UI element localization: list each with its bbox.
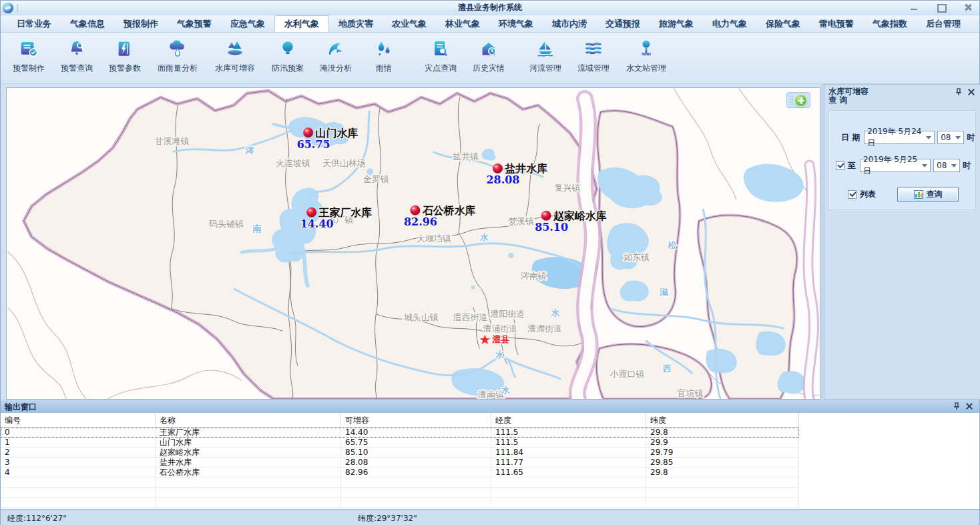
reservoir-capacity-panel: 水库可增容 查 询 日 期 2019年 5月24日 — [824, 84, 980, 400]
county-map[interactable]: 甘溪滩镇火连坡镇天供山林场金罗镇盐井镇复兴镇码头铺镇王家厂镇梦溪镇大堰垱镇如东镇… — [7, 88, 820, 399]
reservoir-marker-icon[interactable] — [411, 205, 421, 215]
table-empty-row — [1, 498, 799, 508]
map-view[interactable]: 甘溪滩镇火连坡镇天供山林场金罗镇盐井镇复兴镇码头铺镇王家厂镇梦溪镇大堰垱镇如东镇… — [6, 87, 820, 400]
menu-item-11[interactable]: 城市内涝 — [543, 15, 596, 32]
menu-item-17[interactable]: 气象指数 — [863, 15, 917, 32]
toolbar-button-hydrology-station[interactable]: 水文站管理 — [618, 35, 675, 74]
reservoir-marker-icon[interactable] — [541, 211, 551, 221]
table-row[interactable]: 3盐井水库28.08111.7729.85 — [1, 458, 799, 468]
menu-item-13[interactable]: 旅游气象 — [650, 15, 703, 32]
menu-item-14[interactable]: 电力气象 — [703, 15, 756, 32]
to-date-checkbox[interactable] — [836, 161, 844, 170]
toolbar-button-wave[interactable]: 淹没分析 — [312, 35, 360, 74]
panel-title-line2: 查 询 — [828, 96, 976, 105]
chevron-down-icon — [951, 164, 957, 167]
menu-item-1[interactable]: 日常业务 — [7, 15, 61, 32]
reservoir-marker-icon[interactable] — [493, 163, 503, 173]
status-longitude: 经度:112°6'27" — [7, 513, 67, 524]
close-button[interactable] — [962, 3, 974, 12]
query-button[interactable]: 查询 — [897, 187, 959, 202]
menu-item-9[interactable]: 林业气象 — [436, 15, 489, 32]
toolbar-button-book-lightning[interactable]: 预警参数 — [101, 35, 149, 74]
panel-close-icon[interactable] — [968, 89, 975, 95]
town-label: 官垸镇 — [678, 388, 704, 398]
menu-item-6[interactable]: 水利气象 — [274, 15, 329, 32]
table-cell: 29.79 — [646, 448, 799, 457]
column-header-1[interactable]: 编号 — [1, 413, 156, 427]
table-row[interactable]: 2赵家峪水库85.10111.8429.79 — [1, 448, 799, 458]
toolbar-button-bell-search[interactable]: 预警查询 — [53, 35, 101, 74]
pin-icon[interactable] — [953, 402, 960, 410]
reservoir-marker-icon[interactable] — [303, 127, 313, 137]
table-cell — [341, 488, 491, 497]
town-label: 城头山镇 — [404, 312, 439, 322]
toolbar-button-raindrops[interactable]: 雨情 — [360, 35, 408, 74]
main-area: 甘溪滩镇火连坡镇天供山林场金罗镇盐井镇复兴镇码头铺镇王家厂镇梦溪镇大堰垱镇如东镇… — [1, 84, 979, 400]
menu-item-2[interactable]: 气象信息 — [61, 15, 114, 32]
menu-item-12[interactable]: 交通预报 — [596, 15, 650, 32]
menu-item-7[interactable]: 地质灾害 — [329, 15, 383, 32]
menu-item-3[interactable]: 预报制作 — [114, 15, 168, 32]
river-label: 西 — [662, 364, 672, 374]
toolbar-button-basin-waves[interactable]: 流域管理 — [569, 35, 618, 74]
table-cell: 85.10 — [341, 448, 491, 457]
list-checkbox[interactable] — [848, 190, 856, 199]
menu-item-8[interactable]: 农业气象 — [383, 15, 436, 32]
toolbar-button-reservoir-trees[interactable]: 水库可增容 — [206, 35, 264, 74]
town-label: 甘溪滩镇 — [155, 136, 190, 146]
drag-handle-icon[interactable] — [789, 95, 793, 105]
column-header-5[interactable]: 纬度 — [646, 413, 799, 427]
minimize-button[interactable] — [909, 3, 921, 12]
table-row[interactable]: 1山门水库65.75111.529.9 — [1, 438, 799, 448]
menu-item-16[interactable]: 雷电预警 — [810, 15, 863, 32]
pin-icon[interactable] — [955, 88, 962, 96]
toolbar-button-sailboat[interactable]: 河流管理 — [521, 35, 569, 74]
map-add-button plus-icon[interactable] — [794, 94, 807, 107]
to-label: 至 — [848, 160, 856, 171]
toolbar-button-history-disaster[interactable]: 历史灾情 — [465, 35, 513, 74]
town-label: 码头铺镇 — [208, 219, 244, 229]
column-header-4[interactable]: 经度 — [491, 413, 646, 427]
column-header-2[interactable]: 名称 — [156, 413, 341, 427]
table-cell: 山门水库 — [156, 438, 341, 447]
toolbar-button-label: 预警制作 — [13, 63, 45, 74]
hour-from-combobox[interactable]: 08 — [937, 131, 964, 144]
cloud-raindrop-icon — [166, 37, 189, 60]
county-seat-star-icon: ★ — [479, 332, 491, 348]
table-row[interactable]: 0王家厂水库14.40111.529.8 — [1, 428, 799, 438]
table-cell — [156, 478, 341, 487]
table-cell: 111.5 — [491, 438, 646, 447]
reservoir-marker-icon[interactable] — [306, 207, 316, 217]
menu-item-5[interactable]: 应急气象 — [221, 15, 274, 32]
hour-suffix-label: 时 — [963, 160, 971, 171]
hour-to-combobox[interactable]: 08 — [933, 159, 960, 172]
toolbar-button-notebook-edit[interactable]: 预警制作 — [5, 35, 53, 74]
table-cell — [156, 498, 341, 507]
toolbar-button-label: 雨情 — [376, 63, 392, 74]
book-lightning-icon — [113, 37, 136, 60]
hour-from-value: 08 — [941, 133, 951, 142]
maximize-button[interactable] — [935, 3, 947, 12]
town-label: 如东镇 — [624, 252, 650, 262]
river-label: 水 — [479, 232, 489, 242]
reservoir-value-label: 65.75 — [297, 138, 330, 151]
menu-item-18[interactable]: 后台管理 — [917, 15, 970, 32]
date-from-combobox[interactable]: 2019年 5月24日 — [864, 131, 935, 144]
table-cell: 赵家峪水库 — [156, 448, 341, 457]
toolbar-button-cloud-raindrop[interactable]: 面雨量分析 — [149, 35, 206, 74]
menu-item-10[interactable]: 环境气象 — [489, 15, 543, 32]
column-header-3[interactable]: 可增容 — [341, 413, 491, 427]
table-empty-row — [1, 478, 799, 488]
output-table[interactable]: 编号名称可增容经度纬度 0王家厂水库14.40111.529.81山门水库65.… — [1, 413, 799, 508]
table-cell — [1, 498, 156, 507]
toolbar-button-bulb[interactable]: 防汛预案 — [264, 35, 312, 74]
toolbar-button-document-search[interactable]: 灾点查询 — [417, 35, 465, 74]
reservoir-value-label: 14.40 — [300, 217, 334, 230]
date-to-combobox[interactable]: 2019年 5月25日 — [860, 159, 931, 172]
chevron-down-icon — [955, 136, 961, 139]
output-close-icon[interactable] — [966, 403, 973, 410]
table-row[interactable]: 4石公桥水库82.96111.6529.8 — [1, 468, 799, 478]
menu-item-4[interactable]: 气象预警 — [168, 15, 221, 32]
date-label: 日 期 — [841, 132, 860, 143]
menu-item-15[interactable]: 保险气象 — [756, 15, 810, 32]
